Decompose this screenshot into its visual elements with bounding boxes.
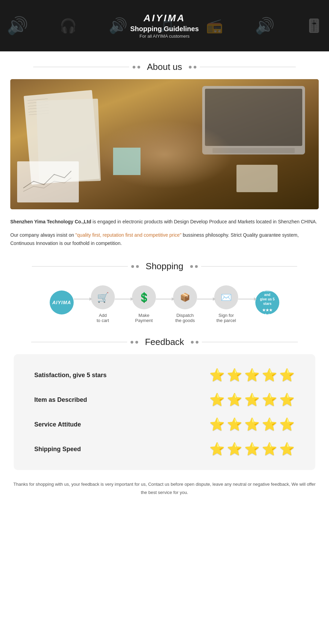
star-5: ⭐	[279, 393, 295, 407]
divider-line-right	[201, 266, 297, 267]
flow-arrow-3	[156, 299, 173, 299]
feedback-row-service: Service Attitude ⭐ ⭐ ⭐ ⭐ ⭐	[34, 417, 295, 432]
brand-name: AIYIMA	[130, 13, 199, 24]
divider-dots-right	[189, 66, 196, 69]
feedback-card: Satisfaction, give 5 stars ⭐ ⭐ ⭐ ⭐ ⭐ Ite…	[14, 354, 315, 470]
flow-label-payment: MakePayment	[135, 313, 153, 323]
dot	[136, 265, 139, 268]
feedback-title: Feedback	[145, 337, 184, 347]
about-section-divider: About us	[0, 62, 329, 72]
about-paragraph2: Our company always insist on "quality fi…	[10, 231, 319, 248]
divider-dots-left	[133, 66, 140, 69]
flow-step-payment: 💲 MakePayment	[132, 285, 156, 323]
dot	[195, 265, 198, 268]
footer-note: Thanks for shopping with us, your feedba…	[10, 480, 319, 496]
img-chart	[17, 161, 79, 202]
star-2: ⭐	[227, 442, 242, 456]
star-4: ⭐	[262, 417, 277, 432]
star-3: ⭐	[244, 368, 260, 382]
shopping-section: Shopping AIYIMA 🛒 Addto cart 💲 MakePayme…	[0, 261, 329, 326]
divider-dots-right	[190, 265, 198, 268]
star-1: ⭐	[209, 393, 225, 407]
flow-arrow-1	[74, 299, 91, 299]
feedback-label-described: Item as Described	[34, 396, 87, 404]
star-1: ⭐	[209, 368, 225, 382]
star-5: ⭐	[279, 368, 295, 382]
flow-step-confirm: Confirm andgive us 5 stars ★★★★★	[255, 290, 279, 318]
divider-line-left	[31, 342, 127, 342]
star-3: ⭐	[244, 393, 260, 407]
flow-arrow-5	[238, 299, 255, 299]
dot	[189, 66, 192, 69]
flow-step-cart: 🛒 Addto cart	[91, 285, 115, 323]
dot	[131, 341, 133, 344]
header-section: 🔊 🎧 🔊 🎵 📻 🔊 🎚️ AIYIMA Shopping Guideline…	[0, 0, 329, 51]
shopping-section-divider: Shopping	[0, 261, 329, 272]
parcel-icon: ✉️	[214, 285, 238, 309]
dot	[191, 341, 194, 344]
shopping-title: Shopping	[146, 261, 183, 272]
dot	[133, 66, 135, 69]
dispatch-icon: 📦	[173, 285, 197, 309]
star-1: ⭐	[209, 417, 225, 432]
flow-label-cart: Addto cart	[97, 313, 109, 323]
about-p1-text: is engaged in electronic products with D…	[91, 219, 317, 224]
feedback-row-satisfaction: Satisfaction, give 5 stars ⭐ ⭐ ⭐ ⭐ ⭐	[34, 368, 295, 382]
star-4: ⭐	[262, 442, 277, 456]
divider-line-left	[32, 266, 128, 267]
star-4: ⭐	[262, 393, 277, 407]
star-5: ⭐	[279, 442, 295, 456]
confirm-text: Confirm andgive us 5 stars	[257, 288, 277, 306]
feedback-row-described: Item as Described ⭐ ⭐ ⭐ ⭐ ⭐	[34, 393, 295, 407]
aiyima-icon: AIYIMA	[50, 290, 74, 314]
feedback-section: Feedback Satisfaction, give 5 stars ⭐ ⭐ …	[0, 337, 329, 470]
stars-shipping: ⭐ ⭐ ⭐ ⭐ ⭐	[209, 442, 295, 456]
cart-icon: 🛒	[91, 285, 115, 309]
header-title: Shopping Guidelines	[130, 25, 199, 33]
divider-dots-left	[131, 265, 139, 268]
flow-step-dispatch: 📦 Dispatchthe goods	[173, 285, 197, 323]
dot	[135, 341, 138, 344]
dot	[137, 66, 140, 69]
feedback-label-satisfaction: Satisfaction, give 5 stars	[34, 372, 107, 379]
flow-label-dispatch: Dispatchthe goods	[175, 313, 195, 323]
star-2: ⭐	[227, 417, 242, 432]
divider-line-right	[200, 67, 296, 67]
feedback-label-shipping: Shipping Speed	[34, 446, 81, 453]
feedback-label-service: Service Attitude	[34, 421, 81, 428]
divider-dots-right	[191, 341, 198, 344]
confirm-icon: Confirm andgive us 5 stars ★★★★★	[255, 290, 279, 314]
star-3: ⭐	[244, 442, 260, 456]
stars-satisfaction: ⭐ ⭐ ⭐ ⭐ ⭐	[209, 368, 295, 382]
flow-step-aiyima: AIYIMA	[50, 290, 74, 318]
confirm-stars: ★★★★★	[262, 308, 272, 318]
dot	[131, 265, 134, 268]
img-envelope	[236, 165, 278, 192]
dot	[194, 66, 196, 69]
star-2: ⭐	[227, 368, 242, 382]
star-3: ⭐	[244, 417, 260, 432]
header-center: AIYIMA Shopping Guidelines For all AIYIM…	[130, 13, 199, 39]
divider-line-left	[33, 67, 129, 67]
flow-label-sign: Sign forthe parcel	[216, 313, 236, 323]
dot	[196, 341, 198, 344]
shopping-flow: AIYIMA 🛒 Addto cart 💲 MakePayment 📦 Disp…	[10, 282, 319, 326]
feedback-row-shipping: Shipping Speed ⭐ ⭐ ⭐ ⭐ ⭐	[34, 442, 295, 456]
img-sticky-note	[113, 148, 141, 175]
header-subtitle: For all AIYIMA customers	[130, 34, 199, 39]
divider-line-right	[202, 342, 298, 342]
about-p2-prefix: Our company always insist on	[10, 232, 75, 238]
about-image: ────────────────────────────────────────…	[10, 79, 319, 209]
star-4: ⭐	[262, 368, 277, 382]
flow-step-sign: ✉️ Sign forthe parcel	[214, 285, 238, 323]
stars-described: ⭐ ⭐ ⭐ ⭐ ⭐	[209, 393, 295, 407]
star-5: ⭐	[279, 417, 295, 432]
about-title: About us	[147, 62, 182, 72]
flow-arrow-4	[197, 299, 214, 299]
feedback-section-divider: Feedback	[0, 337, 329, 347]
about-p2-quote: "quality first, reputation first and com…	[75, 232, 182, 238]
flow-arrow-2	[115, 299, 132, 299]
star-1: ⭐	[209, 442, 225, 456]
about-paragraph1: Shenzhen Yima Technology Co.,Ltd is enga…	[10, 218, 319, 226]
dot	[190, 265, 193, 268]
